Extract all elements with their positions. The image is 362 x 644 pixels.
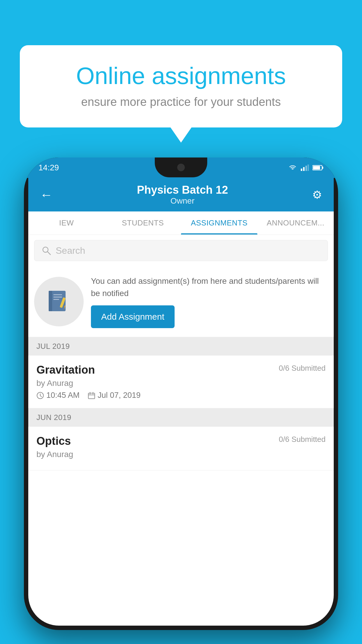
assignment-author-optics: by Anurag	[36, 450, 326, 459]
svg-line-8	[48, 252, 50, 255]
phone-screen: ← Physics Batch 12 Owner ⚙ IEW STUDENTS …	[28, 178, 334, 626]
camera-icon	[177, 164, 185, 171]
assignment-item-optics[interactable]: Optics 0/6 Submitted by Anurag	[28, 427, 334, 470]
calendar-icon	[88, 392, 95, 399]
assignment-submitted-gravitation: 0/6 Submitted	[279, 364, 326, 373]
screen-content: Search	[28, 235, 334, 626]
assignment-row-top: Gravitation 0/6 Submitted	[36, 364, 326, 376]
tabs-bar: IEW STUDENTS ASSIGNMENTS ANNOUNCEM...	[28, 211, 334, 235]
assignment-icon-circle	[34, 277, 84, 326]
gravitation-date: Jul 07, 2019	[98, 391, 140, 400]
tab-iew[interactable]: IEW	[28, 211, 105, 235]
month-header-jul: JUL 2019	[28, 337, 334, 356]
svg-rect-13	[53, 299, 59, 300]
svg-rect-11	[53, 294, 62, 295]
assignment-meta-gravitation: 10:45 AM Jul 07, 2019	[36, 391, 326, 400]
speech-bubble-wrapper: Online assignments ensure more practice …	[20, 45, 342, 143]
month-header-jun: JUN 2019	[28, 408, 334, 427]
settings-button[interactable]: ⚙	[312, 188, 322, 201]
tab-announcements[interactable]: ANNOUNCEM...	[257, 211, 334, 235]
status-icons	[288, 164, 324, 171]
assignment-date-gravitation: Jul 07, 2019	[88, 391, 140, 400]
svg-rect-5	[322, 167, 323, 169]
phone-notch	[155, 158, 207, 177]
tab-students[interactable]: STUDENTS	[105, 211, 181, 235]
search-placeholder: Search	[56, 245, 85, 256]
svg-rect-19	[88, 393, 95, 399]
svg-rect-6	[313, 166, 320, 169]
assignment-author-gravitation: by Anurag	[36, 379, 326, 388]
svg-line-18	[40, 396, 42, 397]
add-assignment-button[interactable]: Add Assignment	[91, 305, 175, 328]
battery-icon	[312, 164, 324, 171]
svg-rect-0	[301, 169, 302, 171]
signal-icon	[301, 164, 309, 171]
assignment-name-gravitation: Gravitation	[36, 364, 95, 376]
search-icon	[42, 246, 51, 255]
speech-bubble: Online assignments ensure more practice …	[20, 45, 342, 127]
assignment-time-gravitation: 10:45 AM	[36, 391, 80, 400]
assignment-item-gravitation[interactable]: Gravitation 0/6 Submitted by Anurag 10:4…	[28, 356, 334, 408]
assignment-name-optics: Optics	[36, 435, 71, 447]
search-bar[interactable]: Search	[34, 240, 328, 261]
speech-bubble-subtitle: ensure more practice for your students	[40, 95, 322, 108]
speech-bubble-tail	[171, 127, 191, 143]
clock-icon	[36, 392, 44, 399]
svg-rect-12	[53, 297, 62, 298]
add-assignment-section: You can add assignment(s) from here and …	[28, 266, 334, 337]
svg-rect-1	[303, 167, 305, 171]
back-button[interactable]: ←	[40, 188, 53, 202]
add-assignment-description: You can add assignment(s) from here and …	[91, 275, 328, 300]
header-title: Physics Batch 12	[137, 184, 228, 196]
status-time: 14:29	[38, 163, 59, 172]
tab-assignments[interactable]: ASSIGNMENTS	[181, 211, 257, 235]
assignment-submitted-optics: 0/6 Submitted	[279, 435, 326, 444]
notebook-icon	[46, 288, 72, 315]
app-header: ← Physics Batch 12 Owner ⚙	[28, 178, 334, 211]
header-subtitle: Owner	[137, 196, 228, 206]
search-container: Search	[28, 235, 334, 266]
add-assignment-content: You can add assignment(s) from here and …	[91, 275, 328, 328]
speech-bubble-title: Online assignments	[40, 63, 322, 89]
phone-frame: 14:29	[24, 158, 338, 630]
assignment-row-top-optics: Optics 0/6 Submitted	[36, 435, 326, 447]
svg-rect-10	[49, 291, 52, 311]
header-title-block: Physics Batch 12 Owner	[137, 184, 228, 206]
svg-rect-2	[305, 166, 307, 171]
wifi-icon	[288, 164, 297, 171]
gravitation-time: 10:45 AM	[46, 391, 80, 400]
svg-rect-3	[307, 164, 309, 171]
